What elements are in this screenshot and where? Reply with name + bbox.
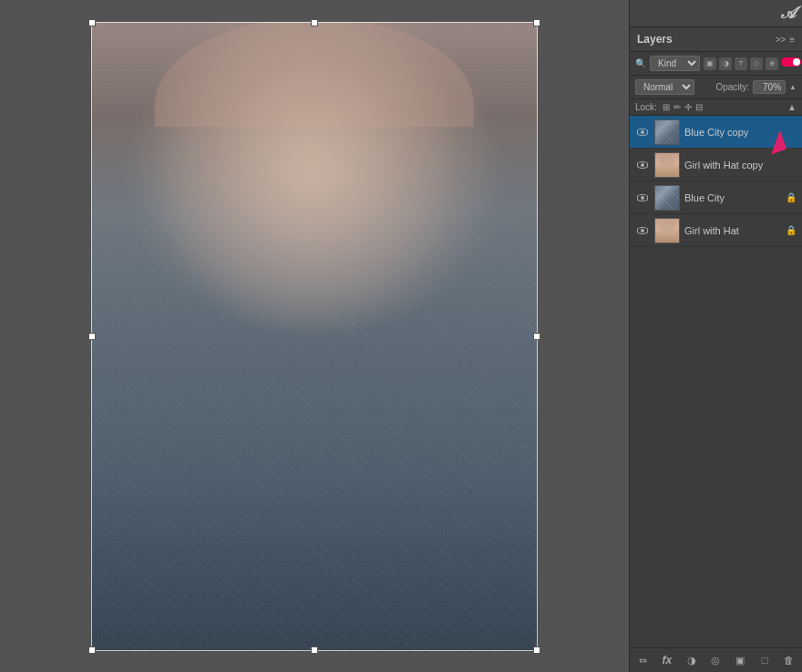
filter-toggle[interactable] <box>781 57 801 67</box>
adjustment-icon[interactable]: ◎ <box>708 653 723 667</box>
smart-filter-icon[interactable]: ⊕ <box>766 57 778 70</box>
fx-icon[interactable]: fx <box>660 653 674 667</box>
lock-pixels-icon[interactable]: ✏ <box>673 102 681 112</box>
search-icon: 🔍 <box>635 58 646 68</box>
shape-filter-icon[interactable]: ◇ <box>750 57 763 70</box>
type-filter-icon[interactable]: T <box>735 57 747 70</box>
layers-header-icons: >> ≡ <box>775 35 795 45</box>
eye-icon <box>637 227 648 234</box>
hat-shape <box>155 22 474 127</box>
layers-title: Layers <box>637 33 673 46</box>
city-grid <box>91 211 538 651</box>
opacity-label: Opacity: <box>715 82 749 92</box>
lock-icon-blue-city: 🔒 <box>786 192 797 202</box>
layers-header: Layers >> ≡ <box>630 27 802 52</box>
filter-icons: ▣ ◑ T ◇ ⊕ <box>704 57 801 70</box>
canvas-image <box>91 22 538 651</box>
new-group-icon[interactable]: ▣ <box>733 653 747 667</box>
face-overlay <box>91 22 538 368</box>
kind-select[interactable]: Kind Name Effect <box>650 56 700 71</box>
layer-visibility-blue-city-copy[interactable] <box>635 125 650 140</box>
delete-layer-icon[interactable]: 🗑 <box>782 653 797 667</box>
layer-thumb-girl-hat-copy <box>654 152 680 178</box>
lock-artboard-icon[interactable]: ⊟ <box>695 102 703 112</box>
new-layer-icon[interactable]: □ <box>757 653 772 667</box>
fill-value: ▲ <box>787 102 797 112</box>
layer-item-blue-city[interactable]: Blue City 🔒 <box>630 181 802 214</box>
layer-thumb-blue-city <box>654 185 680 211</box>
opacity-arrow-icon: ▲ <box>789 83 797 91</box>
link-layers-icon[interactable]: ⇔ <box>635 653 650 667</box>
expand-panel-icon[interactable]: >> <box>775 35 786 45</box>
lock-bar: Lock: ⊞ ✏ ✛ ⊟ ▲ <box>630 99 802 116</box>
right-sidebar: 𝒜 Layers >> ≡ 🔍 Kind Name Effect ▣ ◑ T <box>629 0 802 672</box>
lock-icon-girl-hat: 🔒 <box>786 225 797 235</box>
layers-panel: Layers >> ≡ 🔍 Kind Name Effect ▣ ◑ T ◇ ⊕ <box>630 27 802 672</box>
panel-menu-icon[interactable]: ≡ <box>789 35 795 45</box>
layer-name-girl-hat-copy: Girl with Hat copy <box>684 160 797 171</box>
layers-list: Blue City copy Girl with Hat copy Blue C… <box>630 116 802 647</box>
layer-visibility-blue-city[interactable] <box>635 191 650 205</box>
blend-mode-select[interactable]: Normal Multiply Screen Overlay <box>635 79 694 95</box>
eye-icon <box>637 194 648 202</box>
canvas-area <box>0 0 629 672</box>
lock-label: Lock: <box>635 102 657 112</box>
layer-thumb-blue-city-copy <box>654 119 680 145</box>
layer-visibility-girl-hat-copy[interactable] <box>635 158 650 172</box>
lock-transparent-icon[interactable]: ⊞ <box>663 102 670 112</box>
add-mask-icon[interactable]: ◑ <box>684 653 699 667</box>
layer-name-girl-hat: Girl with Hat <box>684 225 781 236</box>
canvas-wrapper <box>91 22 538 651</box>
top-strip: 𝒜 <box>630 0 802 27</box>
adjust-filter-icon[interactable]: ◑ <box>719 57 732 70</box>
pixel-filter-icon[interactable]: ▣ <box>704 57 716 70</box>
filter-bar: 🔍 Kind Name Effect ▣ ◑ T ◇ ⊕ <box>630 52 802 76</box>
lock-position-icon[interactable]: ✛ <box>684 102 692 112</box>
layer-item-girl-hat[interactable]: Girl with Hat 🔒 <box>630 214 802 247</box>
layer-name-blue-city: Blue City <box>684 192 781 203</box>
opacity-value[interactable]: 70% <box>753 80 786 94</box>
layer-thumb-girl-hat <box>654 218 680 243</box>
layers-bottom-toolbar: ⇔ fx ◑ ◎ ▣ □ 🗑 <box>630 647 802 672</box>
layer-visibility-girl-hat[interactable] <box>635 223 650 238</box>
eye-icon <box>637 129 648 136</box>
typography-icon[interactable]: 𝒜 <box>781 4 795 23</box>
blend-opacity-bar: Normal Multiply Screen Overlay Opacity: … <box>630 76 802 99</box>
lock-icons: ⊞ ✏ ✛ ⊟ <box>663 102 703 112</box>
layer-item-girl-hat-copy[interactable]: Girl with Hat copy <box>630 149 802 181</box>
eye-icon <box>637 161 648 169</box>
